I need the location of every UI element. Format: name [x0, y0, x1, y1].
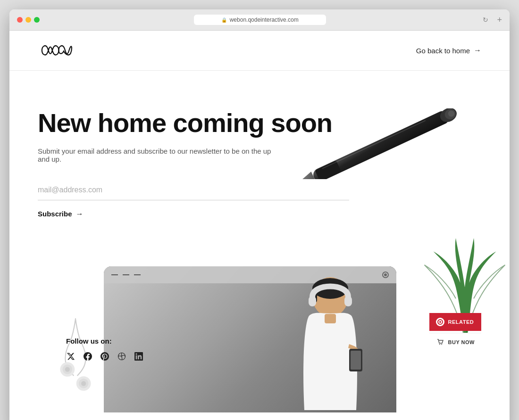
svg-rect-17 — [309, 296, 316, 306]
related-icon — [436, 318, 444, 326]
dot-maximize[interactable] — [34, 17, 40, 23]
pinterest-icon[interactable] — [100, 352, 109, 361]
subscribe-description: Submit your email address and subscribe … — [38, 147, 283, 163]
svg-marker-1 — [297, 172, 317, 179]
social-icons — [66, 352, 510, 361]
bottom-deco: RELATED BUY NOW — [38, 243, 481, 412]
related-label: RELATED — [448, 319, 474, 325]
svg-point-13 — [81, 381, 86, 386]
browser-addressbar: 🔒 webon.qodeinteractive.com — [45, 15, 474, 25]
twitter-icon[interactable] — [66, 352, 75, 361]
related-button[interactable]: RELATED — [429, 313, 481, 331]
svg-rect-5 — [315, 160, 341, 179]
coming-soon-headline: New home coming soon — [38, 108, 481, 138]
lock-icon: 🔒 — [221, 17, 227, 23]
svg-rect-18 — [344, 296, 352, 306]
linkedin-icon[interactable] — [134, 352, 143, 361]
email-form: Subscribe → — [38, 180, 349, 224]
dot-minimize[interactable] — [25, 17, 31, 23]
subscribe-button[interactable]: Subscribe → — [38, 204, 84, 224]
dribbble-icon[interactable] — [117, 352, 126, 361]
svg-point-23 — [439, 321, 441, 323]
svg-point-10 — [65, 367, 70, 371]
new-tab-button[interactable]: + — [497, 16, 502, 24]
browser-dots — [17, 17, 40, 23]
go-back-link[interactable]: Go back to home → — [416, 46, 481, 55]
go-back-label: Go back to home — [416, 47, 470, 55]
page-content: Go back to home → — [9, 31, 510, 420]
address-pill[interactable]: 🔒 webon.qodeinteractive.com — [194, 15, 326, 25]
go-back-arrow-icon: → — [474, 46, 481, 55]
dot-close[interactable] — [17, 17, 23, 23]
email-input[interactable] — [38, 180, 349, 200]
subscribe-label: Subscribe — [38, 210, 72, 218]
browser-window: 🔒 webon.qodeinteractive.com ↻ + Go back … — [9, 9, 510, 420]
url-text: webon.qodeinteractive.com — [230, 16, 299, 23]
follow-section: Follow us on: — [66, 337, 510, 361]
svg-rect-19 — [325, 314, 336, 323]
subscribe-arrow-icon: → — [76, 210, 84, 218]
facebook-icon[interactable] — [83, 352, 92, 361]
refresh-button[interactable]: ↻ — [480, 14, 491, 25]
logo[interactable] — [38, 42, 75, 59]
follow-label: Follow us on: — [66, 337, 510, 345]
site-header: Go back to home → — [9, 31, 510, 71]
browser-chrome: 🔒 webon.qodeinteractive.com ↻ + — [9, 9, 510, 31]
main-section: New home coming soon Submit your email a… — [9, 71, 510, 408]
